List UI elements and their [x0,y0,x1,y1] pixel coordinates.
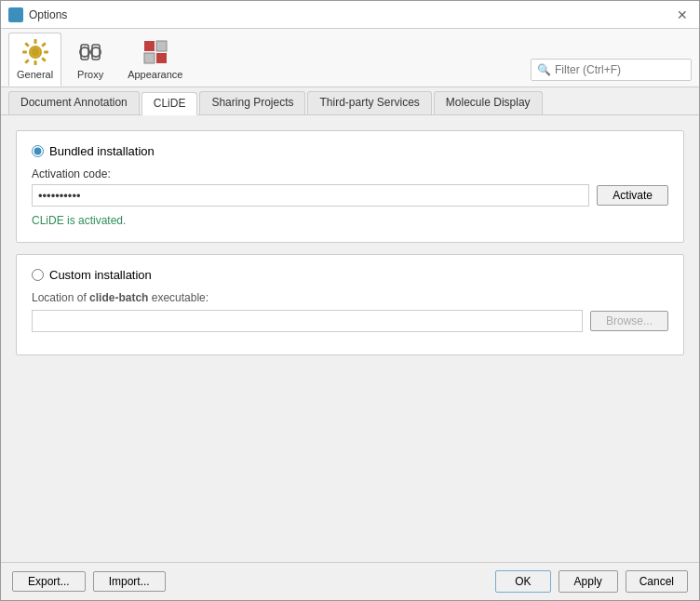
tab-third-party-services[interactable]: Third-party Services [307,91,431,114]
activation-code-input[interactable] [32,184,589,207]
search-icon: 🔍 [537,63,551,76]
general-label: General [17,69,53,80]
bundled-radio[interactable] [32,145,44,157]
import-button[interactable]: Import... [93,571,166,592]
general-icon [20,37,50,67]
svg-rect-19 [156,53,167,63]
proxy-label: Proxy [77,69,103,80]
cancel-button[interactable]: Cancel [626,570,688,593]
appearance-label: Appearance [128,69,182,80]
export-button[interactable]: Export... [12,571,86,592]
svg-rect-18 [144,53,155,63]
proxy-icon [75,37,105,67]
toolbar: General Proxy [1,29,699,87]
activate-button[interactable]: Activate [597,185,668,206]
tab-molecule-display[interactable]: Molecule Display [434,91,543,114]
main-content: Document Annotation CLiDE Sharing Projec… [1,87,699,562]
location-input[interactable] [32,310,583,332]
svg-rect-6 [41,57,47,62]
svg-rect-7 [24,59,30,64]
custom-label: Custom installation [49,268,152,282]
title-bar: Options ✕ [1,1,699,29]
tab-bar: Document Annotation CLiDE Sharing Projec… [1,87,699,115]
bundled-installation-section: Bundled installation Activation code: Ac… [16,130,684,243]
bundled-label: Bundled installation [49,144,155,158]
ok-button[interactable]: OK [495,570,550,593]
svg-rect-2 [34,60,36,65]
svg-rect-16 [144,41,155,51]
tab-clide[interactable]: CLiDE [141,92,198,115]
tab-document-annotation[interactable]: Document Annotation [8,91,140,114]
svg-rect-17 [156,41,167,51]
appearance-toolbar-button[interactable]: Appearance [119,33,191,87]
options-window: Options ✕ [0,0,700,601]
browse-button[interactable]: Browse... [590,311,668,331]
svg-rect-4 [44,51,48,54]
activation-code-row: Activate [32,184,668,207]
footer: Export... Import... OK Apply Cancel [1,562,699,600]
activated-status: CLiDE is activated. [32,214,668,227]
svg-rect-5 [24,42,30,47]
general-toolbar-button[interactable]: General [8,33,61,87]
filter-input[interactable] [555,63,685,76]
tab-sharing-projects[interactable]: Sharing Projects [199,91,305,114]
filter-box: 🔍 [531,59,692,81]
custom-radio-label[interactable]: Custom installation [32,268,668,282]
svg-rect-3 [22,51,27,54]
window-title: Options [29,8,673,21]
apply-button[interactable]: Apply [559,570,618,593]
svg-point-10 [33,49,38,55]
custom-radio[interactable] [32,269,44,281]
appearance-icon [141,37,170,67]
svg-rect-1 [34,39,36,44]
location-row: Browse... [32,310,668,332]
custom-installation-section: Custom installation Location of clide-ba… [16,254,684,355]
bundled-radio-label[interactable]: Bundled installation [32,144,668,158]
clide-tab-content: Bundled installation Activation code: Ac… [1,115,699,562]
location-label: Location of clide-batch executable: [32,291,668,304]
window-icon [8,7,23,22]
proxy-toolbar-button[interactable]: Proxy [65,33,115,87]
activation-code-label: Activation code: [32,167,668,180]
svg-rect-8 [41,42,47,47]
clide-batch-text: clide-batch [89,291,148,304]
close-button[interactable]: ✕ [673,6,692,24]
